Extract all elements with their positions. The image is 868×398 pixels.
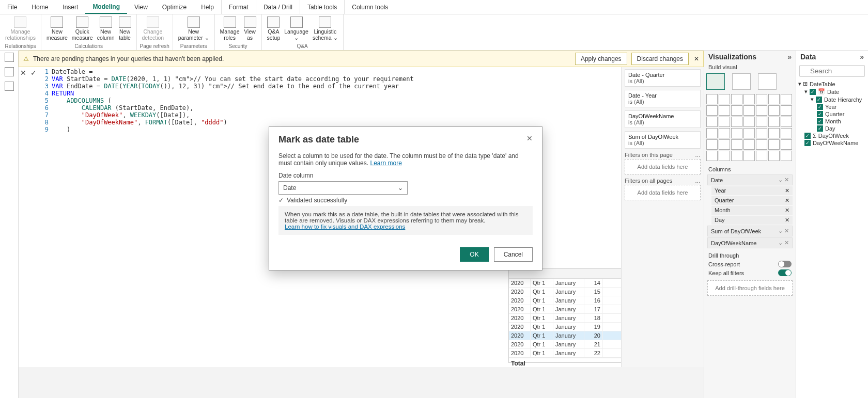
viz-type-icon[interactable] bbox=[706, 128, 718, 138]
field-well-down[interactable]: DayOfWeekName⌄ ✕ bbox=[707, 237, 793, 248]
viz-type-icon[interactable] bbox=[768, 117, 780, 127]
filter-drop-zone[interactable]: Add data fields here bbox=[625, 159, 701, 174]
close-banner-icon[interactable]: ✕ bbox=[694, 55, 699, 62]
field-well-date[interactable]: Date⌄ ✕ bbox=[707, 174, 793, 185]
remove-icon[interactable]: ⌄ ✕ bbox=[778, 177, 789, 183]
apply-changes-button[interactable]: Apply changes bbox=[575, 53, 627, 65]
viz-type-icon[interactable] bbox=[756, 94, 767, 104]
ribbon-view-as[interactable]: Viewas bbox=[242, 15, 258, 43]
field-well-dow[interactable]: Sum of DayOfWeek⌄ ✕ bbox=[707, 226, 793, 236]
discard-changes-button[interactable]: Discard changes bbox=[631, 53, 689, 65]
viz-type-icon[interactable] bbox=[768, 139, 780, 150]
viz-type-icon[interactable] bbox=[781, 117, 792, 127]
table-node[interactable]: ▾ ⊞ DateTable bbox=[798, 80, 866, 88]
filter-card[interactable]: Date - Yearis (All) bbox=[625, 90, 701, 107]
menu-column-tools[interactable]: Column tools bbox=[344, 0, 395, 14]
viz-type-icon[interactable] bbox=[743, 139, 755, 150]
menu-data-drill[interactable]: Data / Drill bbox=[256, 0, 300, 14]
keep-filters-toggle[interactable] bbox=[778, 269, 792, 276]
learn-fix-link[interactable]: Learn how to fix visuals and DAX express… bbox=[285, 224, 405, 230]
ribbon-new-parameter[interactable]: Newparameter ⌄ bbox=[176, 15, 211, 43]
viz-type-icon[interactable] bbox=[768, 94, 780, 104]
viz-type-icon[interactable] bbox=[706, 94, 718, 104]
viz-type-icon[interactable] bbox=[768, 105, 780, 116]
viz-type-icon[interactable] bbox=[706, 151, 718, 161]
viz-type-icon[interactable] bbox=[706, 139, 718, 150]
collapse-viz-icon[interactable]: » bbox=[787, 53, 792, 61]
close-dialog-icon[interactable]: ✕ bbox=[526, 134, 533, 145]
viz-type-icon[interactable] bbox=[781, 105, 792, 116]
viz-type-icon[interactable] bbox=[781, 151, 792, 161]
model-view-icon[interactable] bbox=[5, 82, 14, 91]
viz-type-icon[interactable] bbox=[719, 128, 730, 138]
data-view-icon[interactable] bbox=[5, 67, 14, 76]
viz-type-icon[interactable] bbox=[731, 139, 742, 150]
viz-type-icon[interactable] bbox=[706, 105, 718, 116]
collapse-data-icon[interactable]: » bbox=[860, 53, 864, 61]
ribbon-q&a-setup[interactable]: Q&Asetup bbox=[265, 15, 283, 43]
cancel-button[interactable]: Cancel bbox=[494, 247, 533, 262]
menu-insert[interactable]: Insert bbox=[55, 0, 85, 14]
ribbon-new-table[interactable]: Newtable bbox=[117, 15, 133, 43]
menu-format[interactable]: Format bbox=[221, 0, 256, 14]
viz-type-icon[interactable] bbox=[731, 151, 742, 161]
formula-cancel-icon[interactable]: ✕ bbox=[20, 69, 26, 77]
viz-type-icon[interactable] bbox=[719, 105, 730, 116]
viz-type-icon[interactable] bbox=[731, 128, 742, 138]
filter-drop-zone[interactable]: Add data fields here bbox=[625, 185, 701, 200]
viz-type-icon[interactable] bbox=[731, 94, 742, 104]
viz-type-icon[interactable] bbox=[731, 105, 742, 116]
menu-modeling[interactable]: Modeling bbox=[85, 0, 127, 14]
viz-type-icon[interactable] bbox=[768, 151, 780, 161]
remove-icon[interactable]: ✕ bbox=[785, 217, 789, 224]
menu-help[interactable]: Help bbox=[194, 0, 221, 14]
viz-type-icon[interactable] bbox=[781, 94, 792, 104]
search-input[interactable] bbox=[799, 65, 865, 77]
format-visual-tab[interactable] bbox=[732, 73, 751, 90]
menu-table-tools[interactable]: Table tools bbox=[300, 0, 344, 14]
remove-icon[interactable]: ✕ bbox=[785, 187, 789, 194]
drill-through-drop[interactable]: Add drill-through fields here bbox=[707, 280, 793, 296]
ok-button[interactable]: OK bbox=[460, 247, 488, 262]
ribbon-manage-roles[interactable]: Manageroles bbox=[218, 15, 242, 43]
remove-icon[interactable]: ✕ bbox=[785, 207, 789, 214]
learn-more-link[interactable]: Learn more bbox=[370, 160, 401, 167]
build-visual-tab[interactable] bbox=[706, 73, 725, 90]
report-view-icon[interactable] bbox=[5, 53, 14, 62]
viz-type-icon[interactable] bbox=[756, 105, 767, 116]
menu-view[interactable]: View bbox=[127, 0, 155, 14]
viz-type-icon[interactable] bbox=[756, 151, 767, 161]
viz-type-icon[interactable] bbox=[743, 94, 755, 104]
viz-type-icon[interactable] bbox=[781, 139, 792, 150]
field-dayofweekname[interactable]: ✓ DayOfWeekName bbox=[798, 139, 866, 147]
viz-type-icon[interactable] bbox=[743, 151, 755, 161]
viz-type-icon[interactable] bbox=[719, 139, 730, 150]
remove-icon[interactable]: ✕ bbox=[785, 197, 789, 204]
viz-type-icon[interactable] bbox=[743, 117, 755, 127]
viz-type-icon[interactable] bbox=[768, 128, 780, 138]
viz-type-icon[interactable] bbox=[731, 117, 742, 127]
viz-type-icon[interactable] bbox=[719, 117, 730, 127]
filter-card[interactable]: DayOfWeekNameis (All) bbox=[625, 110, 701, 128]
menu-file[interactable]: File bbox=[0, 0, 24, 14]
analytics-tab[interactable] bbox=[758, 73, 777, 90]
viz-type-icon[interactable] bbox=[743, 105, 755, 116]
viz-type-icon[interactable] bbox=[719, 94, 730, 104]
menu-optimize[interactable]: Optimize bbox=[155, 0, 194, 14]
viz-type-icon[interactable] bbox=[706, 117, 718, 127]
viz-type-icon[interactable] bbox=[756, 117, 767, 127]
ribbon-linguistic-schema[interactable]: Linguisticschema ⌄ bbox=[311, 15, 340, 43]
ribbon-new-measure[interactable]: Newmeasure bbox=[44, 15, 70, 43]
formula-editor[interactable]: 1DateTable =2VAR StartDate = DATE(2020, … bbox=[41, 67, 696, 134]
ribbon-language-[interactable]: Language⌄ bbox=[282, 15, 311, 43]
viz-type-icon[interactable] bbox=[781, 128, 792, 138]
viz-type-icon[interactable] bbox=[756, 128, 767, 138]
viz-type-icon[interactable] bbox=[719, 151, 730, 161]
date-column-select[interactable]: Date⌄ bbox=[278, 181, 408, 195]
viz-type-icon[interactable] bbox=[743, 128, 755, 138]
ribbon-quick-measure[interactable]: Quickmeasure bbox=[70, 15, 95, 43]
viz-type-icon[interactable] bbox=[756, 139, 767, 150]
field-dayofweek[interactable]: ✓ Σ DayOfWeek bbox=[798, 132, 866, 139]
formula-commit-icon[interactable]: ✓ bbox=[30, 69, 37, 77]
hierarchy-date[interactable]: ▾ ✓ Date Hierarchy bbox=[798, 95, 866, 103]
